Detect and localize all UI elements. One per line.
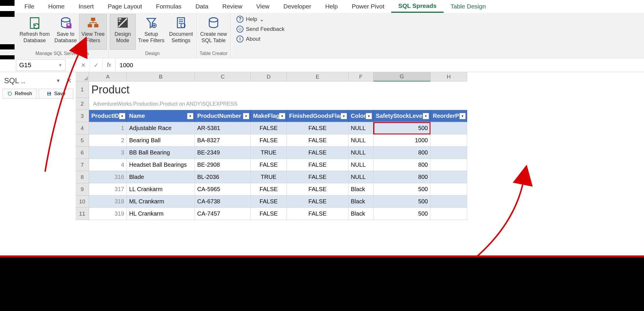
cell-name[interactable]: HL Crankarm [127,208,195,220]
filter-button-safetystocklevel[interactable]: ▾ [423,113,429,119]
filter-button-productnumber[interactable]: ▾ [243,113,249,119]
side-pane-refresh-button[interactable]: Refresh [2,89,37,99]
cell-finishedgoodsflag[interactable]: FALSE [287,122,348,134]
row-header-2[interactable]: 2 [76,98,89,110]
cell-name[interactable]: BB Ball Bearing [127,147,195,159]
cell-productid[interactable]: 2 [89,134,127,147]
row-header-6[interactable]: 6 [76,147,89,159]
cell-safetystocklevel[interactable]: 800 [373,147,430,159]
cancel-formula-button[interactable]: ✕ [77,59,90,71]
table-header-reorderp[interactable]: ReorderP▾ [430,110,467,122]
side-pane-save-button[interactable]: Save [39,89,73,99]
cell-safetystocklevel[interactable]: 500 [373,208,430,220]
formula-input[interactable]: 1000 [115,59,644,71]
column-header-G[interactable]: G [373,72,430,81]
menu-tab-formulas[interactable]: Formulas [149,0,188,13]
row-header-3[interactable]: 3 [76,110,89,122]
cell-name[interactable]: Bearing Ball [127,134,195,147]
cell-finishedgoodsflag[interactable]: FALSE [287,171,348,183]
design-mode-button[interactable]: DesignMode [110,14,136,50]
table-header-name[interactable]: Name▾ [127,110,195,122]
cell-finishedgoodsflag[interactable]: FALSE [287,208,348,220]
menu-tab-help[interactable]: Help [318,0,345,13]
cell-productid[interactable]: 1 [89,122,127,134]
fx-icon[interactable]: fx [103,59,115,71]
name-box-dropdown-icon[interactable]: ▼ [58,63,62,67]
cell-name[interactable]: Headset Ball Bearings [127,159,195,171]
menu-tab-table-design[interactable]: Table Design [444,0,493,13]
cell-reorder[interactable] [430,196,467,208]
cell-reorder[interactable] [430,147,467,159]
help-help-button[interactable]: ?Help ⌄ [236,16,284,23]
cell-safetystocklevel[interactable]: 500 [373,122,430,134]
cell-safetystocklevel[interactable]: 1000 [373,134,430,147]
menu-tab-file[interactable]: File [17,0,41,13]
cell-reorder[interactable] [430,134,467,147]
cell-productnumber[interactable]: AR-5381 [195,122,251,134]
cell-safetystocklevel[interactable]: 800 [373,171,430,183]
help-about-button[interactable]: iAbout [236,35,284,42]
column-header-D[interactable]: D [251,72,287,81]
cell-finishedgoodsflag[interactable]: FALSE [287,159,348,171]
side-pane-close-icon[interactable]: ✕ [66,77,72,85]
cell-color[interactable]: NULL [348,147,373,159]
row-header-11[interactable]: 11 [76,208,89,220]
spreadsheet-grid[interactable]: ABCDEFGH 1234567891011 ProductAdventureW… [76,72,644,311]
cell-makeflag[interactable]: FALSE [251,134,287,147]
row-header-9[interactable]: 9 [76,183,89,196]
cell-productid[interactable]: 3 [89,147,127,159]
confirm-formula-button[interactable]: ✓ [90,59,103,71]
cell-safetystocklevel[interactable]: 500 [373,196,430,208]
cell-makeflag[interactable]: TRUE [251,171,287,183]
menu-tab-developer[interactable]: Developer [276,0,318,13]
cell-finishedgoodsflag[interactable]: FALSE [287,147,348,159]
column-header-E[interactable]: E [287,72,348,81]
cell-reorder[interactable] [430,122,467,134]
menu-tab-data[interactable]: Data [188,0,215,13]
document-settings-button[interactable]: DocumentSettings [167,14,195,50]
column-header-C[interactable]: C [195,72,251,81]
cell-name[interactable]: ML Crankarm [127,196,195,208]
cell-productid[interactable]: 318 [89,196,127,208]
menu-tab-home[interactable]: Home [41,0,72,13]
name-box[interactable]: G15 ▼ [16,59,65,71]
row-header-5[interactable]: 5 [76,134,89,147]
table-header-productnumber[interactable]: ProductNumber▾ [195,110,251,122]
side-pane-dropdown-icon[interactable]: ▼ [56,78,61,83]
cell-finishedgoodsflag[interactable]: FALSE [287,183,348,196]
cell-name[interactable]: Adjustable Race [127,122,195,134]
menu-tab-view[interactable]: View [249,0,276,13]
cell-productnumber[interactable]: CA-7457 [195,208,251,220]
cell-finishedgoodsflag[interactable]: FALSE [287,196,348,208]
cell-safetystocklevel[interactable]: 800 [373,159,430,171]
cell-name[interactable]: Blade [127,171,195,183]
cell-productnumber[interactable]: BE-2349 [195,147,251,159]
filter-button-reorderp[interactable]: ▾ [459,113,466,119]
table-header-safetystocklevel[interactable]: SafetyStockLevel▾ [373,110,430,122]
create-new-sql-table-button[interactable]: Create newSQL Table [198,14,229,50]
menu-tab-insert[interactable]: Insert [72,0,101,13]
select-all-corner[interactable] [76,72,89,81]
cell-color[interactable]: NULL [348,171,373,183]
cell-makeflag[interactable]: FALSE [251,183,287,196]
cell-makeflag[interactable]: FALSE [251,122,287,134]
cell-safetystocklevel[interactable]: 500 [373,183,430,196]
filter-button-finishedgoodsflag[interactable]: ▾ [341,113,347,119]
filter-button-makeflag[interactable]: ▾ [279,113,285,119]
cell-reorder[interactable] [430,171,467,183]
row-header-1[interactable]: 1 [76,81,89,98]
setup-tree-filters-button[interactable]: SetupTree Filters [136,14,167,50]
cell-productnumber[interactable]: BE-2908 [195,159,251,171]
table-header-color[interactable]: Color▾ [348,110,373,122]
row-header-7[interactable]: 7 [76,159,89,171]
cell-color[interactable]: Black [348,208,373,220]
cell-productid[interactable]: 317 [89,183,127,196]
row-header-8[interactable]: 8 [76,171,89,183]
column-header-F[interactable]: F [348,72,373,81]
cell-finishedgoodsflag[interactable]: FALSE [287,134,348,147]
table-header-makeflag[interactable]: MakeFlag▾ [251,110,287,122]
cell-makeflag[interactable]: FALSE [251,208,287,220]
cell-reorder[interactable] [430,208,467,220]
cell-makeflag[interactable]: TRUE [251,147,287,159]
column-header-B[interactable]: B [127,72,195,81]
